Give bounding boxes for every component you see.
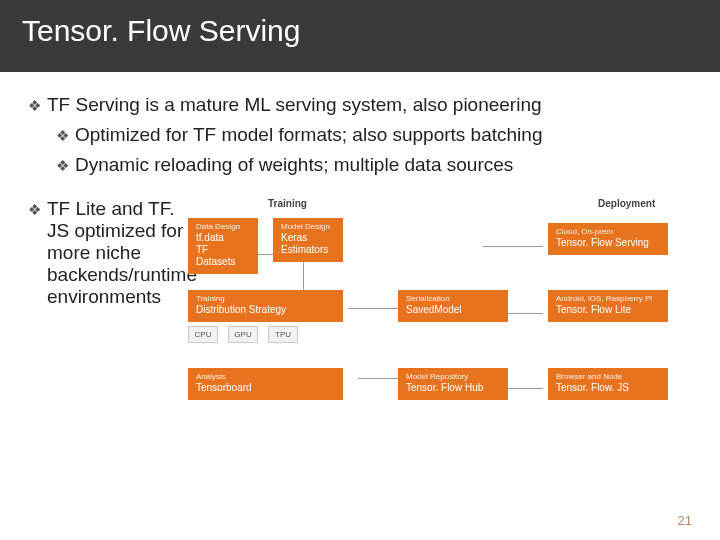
box-model-design: Model Design Keras Estimators xyxy=(273,218,343,262)
bullet-icon: ❖ xyxy=(28,198,41,222)
box-caption: Serialization xyxy=(406,294,500,304)
box-deploy-serving: Cloud, On-prem Tensor. Flow Serving xyxy=(548,223,668,255)
box-caption: Android, iOS, Raspberry Pi xyxy=(556,294,660,304)
box-deploy-lite: Android, iOS, Raspberry Pi Tensor. Flow … xyxy=(548,290,668,322)
box-line: SavedModel xyxy=(406,304,500,316)
bullet-icon: ❖ xyxy=(56,124,69,148)
slide-content: ❖ TF Serving is a mature ML serving syst… xyxy=(0,72,720,428)
box-line: Tensor. Flow. JS xyxy=(556,382,660,394)
box-line: TF Datasets xyxy=(196,244,250,268)
box-deploy-js: Browser and Node Tensor. Flow. JS xyxy=(548,368,668,400)
box-caption: Model Design xyxy=(281,222,335,232)
connector-line xyxy=(483,246,543,247)
box-line: Tensor. Flow Hub xyxy=(406,382,500,394)
lower-row: ❖ TF Lite and TF. JS optimized for more … xyxy=(28,198,692,428)
slide-title: Tensor. Flow Serving xyxy=(22,14,300,47)
bullet-main-2: ❖ TF Lite and TF. JS optimized for more … xyxy=(28,198,178,308)
box-line: Estimators xyxy=(281,244,335,256)
box-line: Distribution Strategy xyxy=(196,304,335,316)
bullet-sub-2: ❖ Dynamic reloading of weights; multiple… xyxy=(56,154,692,178)
box-caption: Browser and Node xyxy=(556,372,660,382)
box-line: Tensorboard xyxy=(196,382,335,394)
box-data-design: Data Design tf.data TF Datasets xyxy=(188,218,258,274)
box-caption: Training xyxy=(196,294,335,304)
chip-tpu: TPU xyxy=(268,326,298,343)
section-label-deployment: Deployment xyxy=(598,198,655,209)
chip-gpu: GPU xyxy=(228,326,258,343)
bullet-text: Dynamic reloading of weights; multiple d… xyxy=(75,154,513,176)
architecture-diagram: Training Deployment Data Design tf.data … xyxy=(188,198,692,428)
box-line: Tensor. Flow Lite xyxy=(556,304,660,316)
box-analysis: Analysis Tensorboard xyxy=(188,368,343,400)
box-model-repo: Model Repository Tensor. Flow Hub xyxy=(398,368,508,400)
bullet-sub-1: ❖ Optimized for TF model formats; also s… xyxy=(56,124,692,148)
box-serialization: Serialization SavedModel xyxy=(398,290,508,322)
bullet-text: Optimized for TF model formats; also sup… xyxy=(75,124,542,146)
bullet-main-1: ❖ TF Serving is a mature ML serving syst… xyxy=(28,94,692,118)
bullet-text: TF Serving is a mature ML serving system… xyxy=(47,94,542,116)
box-caption: Cloud, On-prem xyxy=(556,227,660,237)
box-caption: Analysis xyxy=(196,372,335,382)
page-number: 21 xyxy=(678,513,692,528)
box-caption: Model Repository xyxy=(406,372,500,382)
bullet-icon: ❖ xyxy=(28,94,41,118)
chip-cpu: CPU xyxy=(188,326,218,343)
box-line: tf.data xyxy=(196,232,250,244)
slide-header: Tensor. Flow Serving xyxy=(0,0,720,72)
box-caption: Data Design xyxy=(196,222,250,232)
section-label-training: Training xyxy=(268,198,307,209)
box-training: Training Distribution Strategy xyxy=(188,290,343,322)
bullet-icon: ❖ xyxy=(56,154,69,178)
left-text-block: ❖ TF Lite and TF. JS optimized for more … xyxy=(28,198,188,428)
box-line: Tensor. Flow Serving xyxy=(556,237,660,249)
bullet-text: TF Lite and TF. JS optimized for more ni… xyxy=(47,198,197,308)
box-line: Keras xyxy=(281,232,335,244)
